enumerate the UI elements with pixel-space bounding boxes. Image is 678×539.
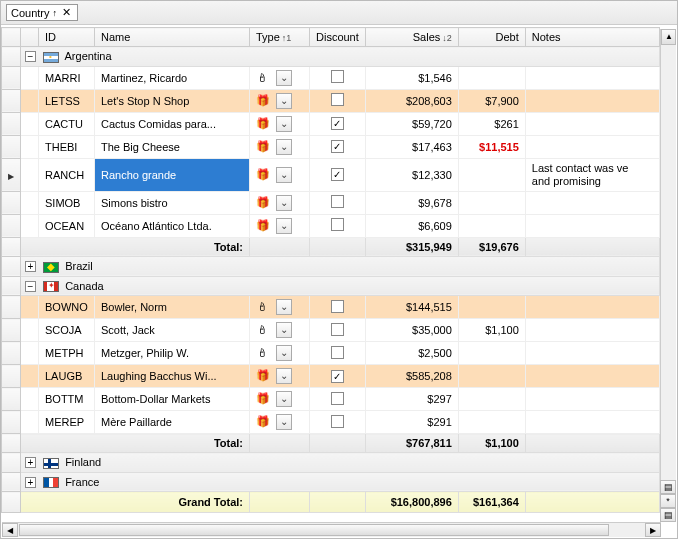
cell-type[interactable] (250, 319, 310, 342)
column-header-debt[interactable]: Debt (458, 28, 525, 47)
cell-sales[interactable]: $291 (365, 411, 458, 434)
grid-mini-button-c[interactable]: ▤ (660, 508, 676, 522)
cell-sales[interactable]: $17,463 (365, 135, 458, 158)
cell-name[interactable]: Laughing Bacchus Wi... (95, 365, 250, 388)
table-row[interactable]: MEREPMère Paillarde $291 (2, 411, 660, 434)
cell-id[interactable]: THEBI (39, 135, 95, 158)
cell-sales[interactable]: $12,330 (365, 158, 458, 191)
cell-type[interactable] (250, 365, 310, 388)
cell-discount[interactable] (310, 112, 366, 135)
cell-discount[interactable] (310, 342, 366, 365)
cell-sales[interactable]: $59,720 (365, 112, 458, 135)
group-row[interactable]: + Finland (2, 453, 660, 473)
column-header-name[interactable]: Name (95, 28, 250, 47)
cell-debt[interactable] (458, 342, 525, 365)
cell-debt[interactable] (458, 388, 525, 411)
cell-sales[interactable]: $2,500 (365, 342, 458, 365)
table-row[interactable]: SCOJAScott, Jack $35,000$1,100 (2, 319, 660, 342)
type-dropdown-button[interactable] (276, 414, 292, 430)
type-dropdown-button[interactable] (276, 167, 292, 183)
table-row[interactable]: BOWNOBowler, Norm $144,515 (2, 296, 660, 319)
cell-id[interactable]: MARRI (39, 66, 95, 89)
type-dropdown-button[interactable] (276, 139, 292, 155)
cell-discount[interactable] (310, 319, 366, 342)
cell-debt[interactable] (458, 158, 525, 191)
table-row[interactable]: SIMOBSimons bistro $9,678 (2, 191, 660, 214)
cell-discount[interactable] (310, 191, 366, 214)
type-dropdown-button[interactable] (276, 299, 292, 315)
cell-notes[interactable]: Last contact was veand promising (525, 158, 659, 191)
cell-debt[interactable]: $7,900 (458, 89, 525, 112)
cell-discount[interactable] (310, 411, 366, 434)
type-dropdown-button[interactable] (276, 218, 292, 234)
cell-name[interactable]: Simons bistro (95, 191, 250, 214)
cell-type[interactable] (250, 388, 310, 411)
cell-id[interactable]: RANCH (39, 158, 95, 191)
group-chip-country[interactable]: Country ↑ ✕ (6, 4, 78, 21)
table-row[interactable]: OCEANOcéano Atlántico Ltda. $6,609 (2, 214, 660, 237)
column-header-sales[interactable]: Sales↓2 (365, 28, 458, 47)
discount-checkbox[interactable] (331, 93, 344, 106)
cell-name[interactable]: Bottom-Dollar Markets (95, 388, 250, 411)
scroll-right-icon[interactable]: ▶ (645, 523, 661, 537)
cell-name[interactable]: Mère Paillarde (95, 411, 250, 434)
expand-icon[interactable]: + (25, 457, 36, 468)
cell-sales[interactable]: $6,609 (365, 214, 458, 237)
cell-discount[interactable] (310, 89, 366, 112)
discount-checkbox[interactable] (331, 323, 344, 336)
close-icon[interactable]: ✕ (60, 6, 73, 19)
cell-discount[interactable] (310, 214, 366, 237)
cell-type[interactable] (250, 112, 310, 135)
discount-checkbox[interactable] (331, 168, 344, 181)
discount-checkbox[interactable] (331, 370, 344, 383)
cell-name[interactable]: Scott, Jack (95, 319, 250, 342)
cell-name[interactable]: Metzger, Philip W. (95, 342, 250, 365)
group-cell[interactable]: + France (21, 472, 660, 492)
cell-notes[interactable] (525, 296, 659, 319)
collapse-icon[interactable]: − (25, 51, 36, 62)
cell-sales[interactable]: $35,000 (365, 319, 458, 342)
scroll-thumb[interactable] (19, 524, 609, 536)
cell-debt[interactable] (458, 365, 525, 388)
column-header-discount[interactable]: Discount (310, 28, 366, 47)
table-row[interactable]: LAUGBLaughing Bacchus Wi... $585,208 (2, 365, 660, 388)
cell-type[interactable] (250, 214, 310, 237)
table-row[interactable]: CACTUCactus Comidas para... $59,720$261 (2, 112, 660, 135)
cell-name[interactable]: The Big Cheese (95, 135, 250, 158)
cell-discount[interactable] (310, 388, 366, 411)
cell-type[interactable] (250, 135, 310, 158)
table-row[interactable]: LETSSLet's Stop N Shop $208,603$7,900 (2, 89, 660, 112)
cell-name[interactable]: Rancho grande (95, 158, 250, 191)
cell-id[interactable]: METPH (39, 342, 95, 365)
type-dropdown-button[interactable] (276, 93, 292, 109)
discount-checkbox[interactable] (331, 218, 344, 231)
group-cell[interactable]: − Canada (21, 276, 660, 296)
discount-checkbox[interactable] (331, 300, 344, 313)
scroll-up-icon[interactable]: ▲ (665, 32, 673, 41)
cell-name[interactable]: Cactus Comidas para... (95, 112, 250, 135)
expand-icon[interactable]: + (25, 261, 36, 272)
cell-name[interactable]: Océano Atlántico Ltda. (95, 214, 250, 237)
collapse-icon[interactable]: − (25, 281, 36, 292)
type-dropdown-button[interactable] (276, 345, 292, 361)
cell-type[interactable] (250, 191, 310, 214)
cell-type[interactable] (250, 158, 310, 191)
discount-checkbox[interactable] (331, 140, 344, 153)
cell-sales[interactable]: $1,546 (365, 66, 458, 89)
cell-sales[interactable]: $585,208 (365, 365, 458, 388)
discount-checkbox[interactable] (331, 392, 344, 405)
cell-sales[interactable]: $9,678 (365, 191, 458, 214)
cell-name[interactable]: Martinez, Ricardo (95, 66, 250, 89)
cell-discount[interactable] (310, 296, 366, 319)
cell-sales[interactable]: $297 (365, 388, 458, 411)
type-dropdown-button[interactable] (276, 368, 292, 384)
cell-notes[interactable] (525, 191, 659, 214)
cell-type[interactable] (250, 66, 310, 89)
group-row[interactable]: + Brazil (2, 256, 660, 276)
cell-debt[interactable]: $261 (458, 112, 525, 135)
cell-type[interactable] (250, 342, 310, 365)
scroll-left-icon[interactable]: ◀ (2, 523, 18, 537)
cell-discount[interactable] (310, 135, 366, 158)
horizontal-scrollbar[interactable]: ◀ ▶ (2, 522, 661, 537)
expand-icon[interactable]: + (25, 477, 36, 488)
